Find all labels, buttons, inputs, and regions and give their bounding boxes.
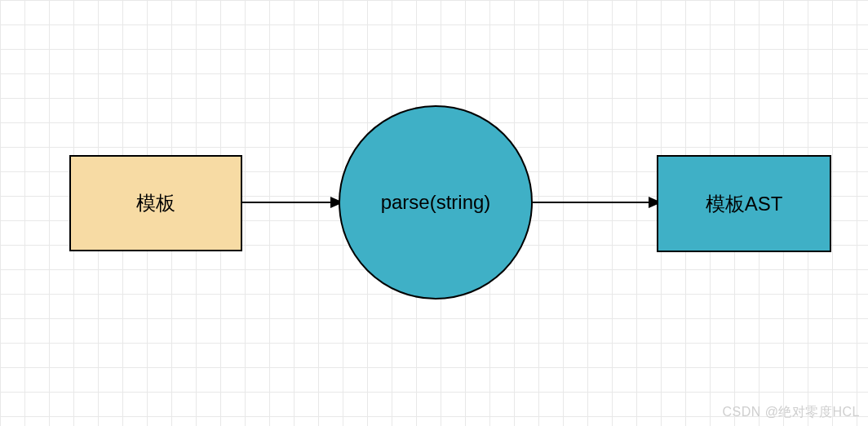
- node-ast-label: 模板AST: [706, 191, 783, 217]
- node-template-label: 模板: [136, 190, 175, 216]
- node-parse: parse(string): [339, 105, 533, 300]
- arrow-template-to-parse: [242, 192, 345, 213]
- node-parse-label: parse(string): [381, 191, 491, 214]
- watermark-text: CSDN @绝对零度HCL: [722, 404, 860, 421]
- node-template: 模板: [69, 155, 242, 251]
- arrow-parse-to-ast: [533, 192, 663, 213]
- node-ast: 模板AST: [657, 155, 831, 252]
